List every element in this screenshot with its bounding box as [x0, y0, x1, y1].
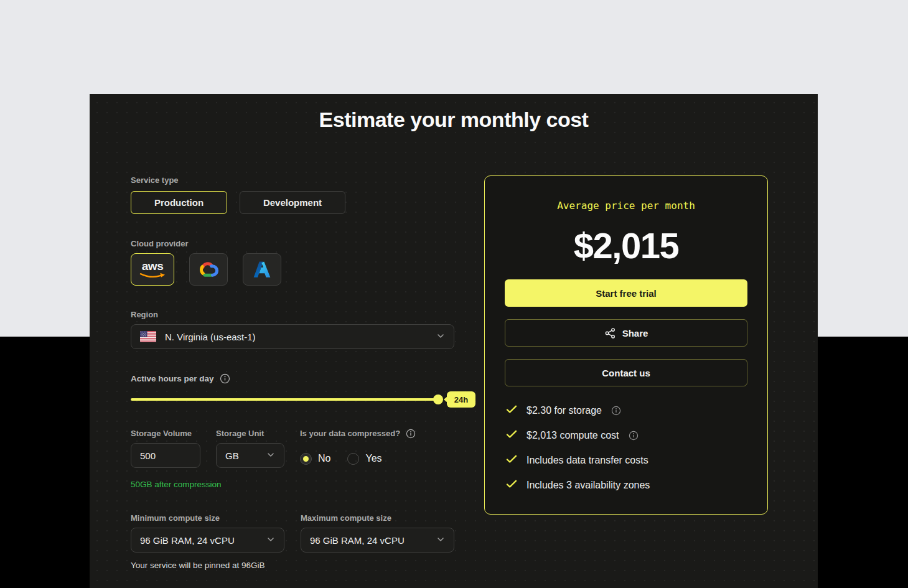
compressed-option-yes[interactable]: Yes [347, 453, 381, 465]
check-icon [506, 430, 517, 441]
active-hours-info-icon[interactable] [220, 373, 230, 384]
aws-logo-text: aws [142, 261, 163, 272]
provider-aws-button[interactable]: aws [131, 253, 174, 286]
feature-text: Includes data transfer costs [527, 455, 648, 466]
feature-text: $2.30 for storage [527, 405, 602, 416]
calculator-form: Service type Production Development Clou… [131, 175, 454, 570]
storage-unit-select[interactable]: GB [216, 443, 284, 468]
price-value: $2,015 [574, 228, 678, 264]
feature-list: $2.30 for storage $2,013 compute cost In [485, 404, 767, 504]
check-icon [506, 405, 517, 416]
compression-note: 50GB after compression [131, 480, 454, 489]
page-title: Estimate your monthly cost [90, 108, 818, 132]
info-icon[interactable] [611, 406, 621, 416]
slider-thumb[interactable] [433, 394, 443, 404]
contact-us-button[interactable]: Contact us [505, 359, 747, 386]
feature-text: Includes 3 availability zones [527, 480, 650, 491]
storage-volume-input[interactable] [131, 443, 200, 468]
slider-track[interactable] [131, 398, 439, 401]
min-compute-select[interactable]: 96 GiB RAM, 24 vCPU [131, 528, 284, 553]
provider-azure-button[interactable] [243, 253, 281, 286]
slider-value-badge: 24h [447, 391, 475, 408]
compressed-label-row: Is your data compressed? [300, 429, 454, 439]
min-compute-value: 96 GiB RAM, 24 vCPU [140, 535, 235, 546]
check-icon [506, 455, 517, 466]
cloud-provider-label: Cloud provider [131, 239, 454, 249]
region-select[interactable]: N. Virginia (us-east-1) [131, 324, 454, 349]
info-icon[interactable] [629, 431, 639, 441]
storage-volume-label: Storage Volume [131, 429, 200, 439]
chevron-down-icon [266, 535, 275, 546]
service-type-label: Service type [131, 175, 454, 185]
cloud-provider-group: aws [131, 253, 454, 286]
service-type-development-button[interactable]: Development [240, 191, 345, 214]
provider-google-cloud-button[interactable] [189, 253, 228, 286]
max-compute-select[interactable]: 96 GiB RAM, 24 vCPU [301, 528, 454, 553]
chevron-down-icon [436, 535, 445, 546]
share-button-label: Share [622, 328, 648, 338]
active-hours-row: Active hours per day [131, 373, 454, 384]
radio-no-label: No [318, 453, 330, 464]
feature-text: $2,013 compute cost [527, 430, 619, 441]
us-flag-icon [140, 331, 156, 342]
storage-unit-label: Storage Unit [216, 429, 284, 439]
pricing-calculator-panel: Estimate your monthly cost Service type … [90, 94, 818, 588]
service-type-group: Production Development [131, 191, 454, 214]
service-type-production-button[interactable]: Production [131, 191, 227, 214]
price-summary-card: Average price per month $2,015 Start fre… [484, 175, 768, 515]
compressed-option-no[interactable]: No [300, 453, 330, 465]
share-button[interactable]: Share [505, 319, 747, 347]
feature-storage-cost: $2.30 for storage [506, 404, 746, 417]
chevron-down-icon [266, 450, 275, 461]
storage-unit-value: GB [225, 450, 239, 461]
chevron-down-icon [436, 332, 445, 342]
feature-availability-zones: Includes 3 availability zones [506, 479, 746, 492]
feature-data-transfer: Includes data transfer costs [506, 454, 746, 467]
max-compute-value: 96 GiB RAM, 24 vCPU [310, 535, 405, 546]
check-icon [506, 480, 517, 491]
price-heading: Average price per month [557, 200, 695, 212]
compute-size-grid: Minimum compute size Maximum compute siz… [131, 513, 454, 553]
start-free-trial-button[interactable]: Start free trial [505, 279, 747, 307]
radio-yes-label: Yes [365, 453, 381, 464]
azure-icon [253, 261, 271, 278]
region-label: Region [131, 310, 454, 320]
storage-settings-grid: Storage Volume Storage Unit Is your data… [131, 429, 454, 468]
google-cloud-icon [198, 260, 219, 279]
compressed-radio-group: No Yes [300, 449, 454, 468]
active-hours-label: Active hours per day [131, 374, 214, 384]
compressed-label: Is your data compressed? [300, 429, 400, 439]
pinned-note: Your service will be pinned at 96GiB [131, 561, 454, 570]
region-selected-value: N. Virginia (us-east-1) [165, 332, 256, 342]
compressed-info-icon[interactable] [406, 429, 416, 439]
aws-smile-icon [139, 273, 166, 279]
radio-selected-icon [300, 453, 312, 465]
radio-unselected-icon [347, 453, 359, 465]
active-hours-slider: 24h [131, 391, 454, 408]
max-compute-label: Maximum compute size [301, 513, 454, 523]
feature-compute-cost: $2,013 compute cost [506, 429, 746, 442]
min-compute-label: Minimum compute size [131, 513, 284, 523]
share-icon [604, 327, 616, 339]
